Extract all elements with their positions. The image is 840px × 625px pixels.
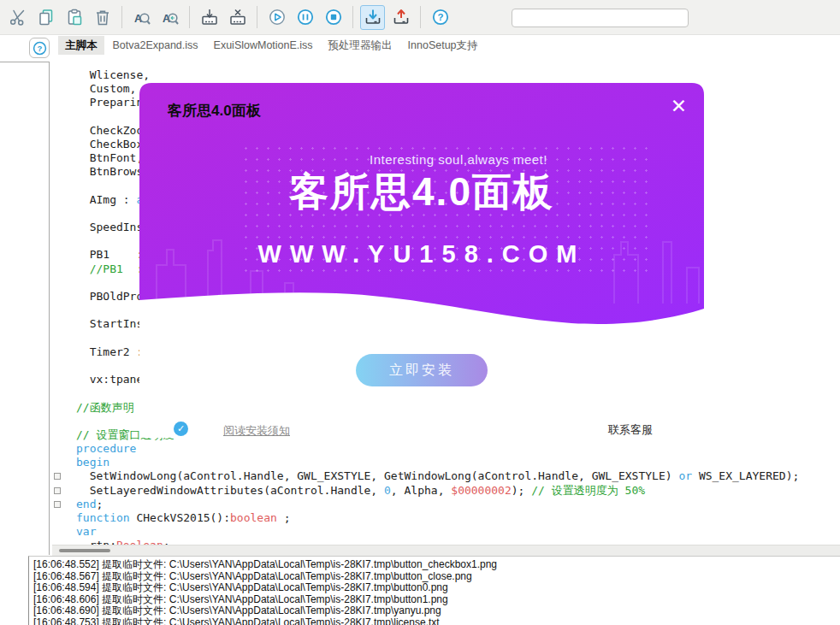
dialog-big-title: 客所思4.0面板 <box>139 166 704 219</box>
toolbar-upload-button[interactable] <box>388 5 413 30</box>
log-list: [16:06:48.552] 提取临时文件: C:\Users\YAN\AppD… <box>33 559 840 625</box>
close-icon[interactable]: ✕ <box>671 97 687 116</box>
main-toolbar: AA? <box>0 0 840 35</box>
toolbar-separator <box>121 6 122 28</box>
install-now-button[interactable]: 立即安装 <box>356 354 488 386</box>
log-line: [16:06:48.690] 提取临时文件: C:\Users\YAN\AppD… <box>33 605 840 617</box>
svg-text:?: ? <box>37 43 42 52</box>
log-line: [16:06:48.567] 提取临时文件: C:\Users\YAN\AppD… <box>33 571 840 583</box>
code-line: end; <box>76 498 840 511</box>
scrollbar-thumb[interactable] <box>59 549 110 552</box>
toolbar-compile-remove-button[interactable] <box>225 5 250 30</box>
tab-innosetup-support[interactable]: InnoSetup支持 <box>401 36 485 56</box>
horizontal-scrollbar[interactable] <box>52 545 840 556</box>
toolbar-copy-button[interactable] <box>33 5 58 30</box>
toolbar-zoom-out-button[interactable]: A <box>157 5 182 30</box>
toolbar-separator <box>257 6 257 28</box>
cut-icon <box>9 8 27 27</box>
toolbar-separator <box>352 6 353 28</box>
contact-support-link[interactable]: 联系客服 <box>608 422 653 438</box>
toolbar-separator <box>189 6 190 28</box>
check-icon: ✓ <box>177 423 185 434</box>
help-icon: ? <box>431 8 450 27</box>
code-line: Wlicense, <box>76 68 840 82</box>
toolbar-help-button[interactable]: ? <box>428 5 453 30</box>
toolbar-run-button[interactable] <box>264 5 289 30</box>
code-line: function CHeckVS2015():boolean ; <box>76 511 840 525</box>
log-line: [16:06:48.753] 提取临时文件: C:\Users\YAN\AppD… <box>33 617 840 625</box>
tab-exuislowmotion[interactable]: ExuiSlowMotionE.iss <box>207 37 320 54</box>
toolbar-zoom-in-button[interactable]: A <box>129 5 154 30</box>
toolbar-separator <box>420 6 421 28</box>
fold-marker[interactable] <box>54 501 61 508</box>
zoom-in-icon: A <box>133 8 151 27</box>
code-line: SetWindowLong(aControl.Handle, GWL_EXSTY… <box>76 469 840 483</box>
tab-preprocessor-output[interactable]: 预处理器输出 <box>322 36 399 56</box>
code-line: begin <box>76 456 840 469</box>
toolbar-pause-button[interactable] <box>293 5 317 30</box>
zoom-out-icon: A <box>161 8 180 27</box>
search-input[interactable] <box>512 9 689 27</box>
toolbar-cut-button[interactable] <box>5 5 30 30</box>
compile-install-icon <box>200 8 219 27</box>
log-panel[interactable]: [16:06:48.552] 提取临时文件: C:\Users\YAN\AppD… <box>28 556 840 625</box>
toolbar-delete-button[interactable] <box>90 5 115 30</box>
run-icon <box>268 8 287 27</box>
copy-icon <box>37 8 56 27</box>
log-line: [16:06:48.552] 提取临时文件: C:\Users\YAN\AppD… <box>33 559 840 571</box>
paste-icon <box>65 8 84 27</box>
toolbar-download-button[interactable] <box>360 5 385 30</box>
toolbar-compile-install-button[interactable] <box>197 5 222 30</box>
help-icon: ? <box>32 40 48 56</box>
read-install-notes-link[interactable]: 阅读安装须知 <box>223 423 290 439</box>
dialog-url: WWW.YU158.COM <box>139 240 704 268</box>
compile-remove-icon <box>228 8 247 27</box>
toolbar-stop-button[interactable] <box>321 5 346 30</box>
fold-marker[interactable] <box>54 473 61 480</box>
code-line: procedure <box>76 442 840 456</box>
dialog-title: 客所思4.0面板 <box>168 101 261 121</box>
app-window: AA? ? 主脚本Botva2Expand.issExuiSlowMotionE… <box>0 0 840 625</box>
tab-botva2expand[interactable]: Botva2Expand.iss <box>106 37 205 54</box>
pause-icon <box>296 8 315 27</box>
agree-checkbox[interactable]: ✓ <box>174 422 188 436</box>
sidebar-help-button[interactable]: ? <box>29 38 50 58</box>
code-line: SetLayeredWindowAttributes(aControl.Hand… <box>76 484 840 498</box>
fold-marker[interactable] <box>54 487 61 494</box>
tab-main-script[interactable]: 主脚本 <box>58 36 104 56</box>
toolbar-buttons: AA? <box>5 5 453 30</box>
installer-dialog: 客所思4.0面板 ✕ Interesting soul,always meet!… <box>139 83 704 438</box>
toolbar-paste-button[interactable] <box>62 5 86 30</box>
log-line: [16:06:48.594] 提取临时文件: C:\Users\YAN\AppD… <box>33 582 840 594</box>
delete-icon <box>93 8 112 27</box>
dialog-tagline: Interesting soul,always meet! <box>213 152 704 167</box>
code-line: rtn:Boolean; <box>76 539 840 545</box>
download-icon <box>364 8 382 27</box>
tab-bar: 主脚本Botva2Expand.issExuiSlowMotionE.iss预处… <box>52 36 840 55</box>
svg-text:?: ? <box>437 12 443 22</box>
stop-icon <box>324 8 343 27</box>
upload-icon <box>392 8 411 27</box>
code-line: var <box>76 525 840 539</box>
sidebar-panel <box>0 62 50 555</box>
log-line: [16:06:48.606] 提取临时文件: C:\Users\YAN\AppD… <box>33 594 840 606</box>
